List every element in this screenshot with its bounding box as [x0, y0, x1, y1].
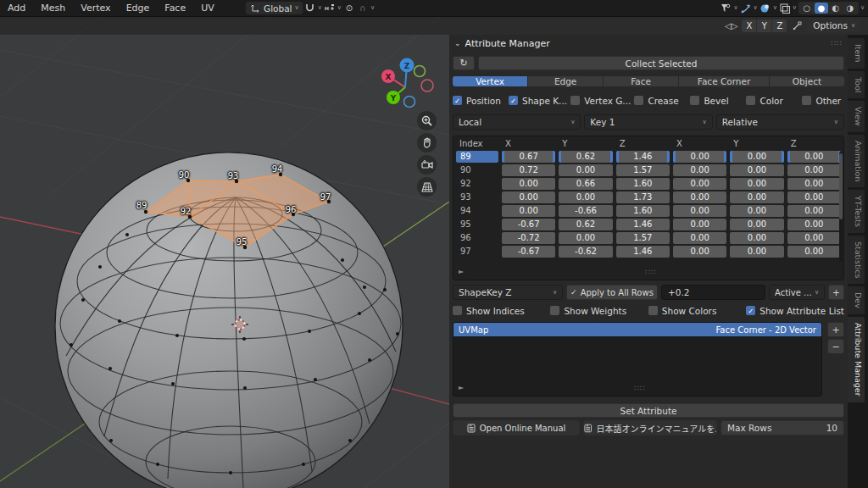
menu-vertex[interactable]: Vertex	[73, 0, 118, 16]
toggle-show-colors[interactable]: Show Colors	[648, 306, 743, 316]
cell[interactable]: 0.66	[559, 178, 612, 190]
checkbox-checked-icon[interactable]: ✓	[453, 96, 462, 105]
cell[interactable]: 0.72	[502, 164, 555, 176]
apply-to-all-rows-button[interactable]: ✓ Apply to All Rows	[566, 285, 658, 300]
cell[interactable]: 0.62	[559, 151, 612, 163]
cell[interactable]: 0.00	[673, 219, 726, 230]
cell[interactable]: 1.46	[616, 246, 670, 258]
panel-header[interactable]: ⌄ Attribute Manager ∷∷	[449, 35, 848, 52]
menu-add[interactable]: Add	[0, 0, 33, 16]
sidebar-tab-attribute-manager[interactable]: Attribute Manager	[848, 317, 865, 402]
sidebar-tab-item[interactable]: Item	[848, 38, 865, 69]
menu-edge[interactable]: Edge	[119, 0, 158, 16]
cell[interactable]: 0.00	[673, 191, 726, 203]
sphere-mesh[interactable]	[55, 152, 403, 488]
cell[interactable]: 0.00	[787, 232, 841, 244]
navigation-gizmo[interactable]: Z X Y	[376, 53, 442, 119]
zoom-button[interactable]	[417, 111, 437, 130]
space-dropdown[interactable]: Local ∨	[453, 114, 581, 130]
cell[interactable]: 0.00	[787, 205, 841, 217]
chevron-down-icon[interactable]: ∨	[318, 5, 322, 11]
options-dropdown[interactable]: Options ∨	[807, 19, 861, 32]
tab-edge[interactable]: Edge	[528, 76, 603, 86]
cell[interactable]: 0.00	[787, 178, 841, 190]
toggle-show-attribute-list[interactable]: ✓Show Attribute List	[746, 306, 844, 316]
cell[interactable]: 0.00	[673, 164, 726, 176]
row-index[interactable]: 89	[456, 151, 498, 163]
cell[interactable]: 1.57	[616, 164, 670, 176]
cell[interactable]: 1.60	[616, 178, 670, 190]
transform-orientation-dropdown[interactable]: Global ∨	[246, 2, 303, 14]
shading-wireframe-icon[interactable]: ○	[800, 3, 814, 14]
cell[interactable]: 1.73	[616, 191, 670, 203]
checkbox-icon[interactable]	[634, 96, 643, 105]
cell[interactable]: -0.66	[559, 205, 612, 217]
row-index[interactable]: 97	[456, 246, 498, 258]
mode-dropdown[interactable]: Relative ∨	[716, 114, 844, 130]
proportional-editing-icon[interactable]: ⊙	[343, 3, 355, 14]
visibility-filter-icon[interactable]	[720, 3, 732, 14]
filter-bevel[interactable]: Bevel	[690, 96, 743, 106]
open-jp-manual-button[interactable]: 日本語オンラインマニュアルを...	[583, 420, 717, 435]
cell[interactable]: 0.00	[673, 232, 726, 244]
cell[interactable]: 1.46	[616, 219, 670, 230]
cell[interactable]: 0.00	[559, 164, 612, 176]
menu-mesh[interactable]: Mesh	[33, 0, 73, 16]
checkbox-icon[interactable]	[746, 96, 755, 105]
tab-face[interactable]: Face	[604, 76, 678, 86]
checkbox-checked-icon[interactable]: ✓	[746, 306, 755, 315]
gizmo-toggle-icon[interactable]	[740, 3, 752, 14]
cell[interactable]: 0.00	[502, 178, 555, 190]
checkbox-icon[interactable]	[570, 96, 580, 105]
cell[interactable]: -0.62	[559, 246, 612, 258]
sidebar-tab-yt-tests[interactable]: YT-Tests	[848, 190, 865, 233]
sidebar-tab-view[interactable]: View	[848, 101, 865, 132]
camera-view-button[interactable]	[417, 155, 437, 175]
filter-vertex-group[interactable]: Vertex G...	[570, 96, 631, 106]
cell[interactable]: 0.00	[502, 191, 555, 203]
cell[interactable]: 0.62	[559, 219, 612, 230]
cell[interactable]: 0.00	[787, 219, 841, 230]
checkbox-icon[interactable]	[802, 96, 811, 105]
checkbox-icon[interactable]	[690, 96, 699, 105]
resize-handle-icon[interactable]: ∷∷	[634, 384, 645, 392]
cell[interactable]: -0.67	[502, 246, 555, 258]
row-index[interactable]: 95	[456, 219, 498, 230]
menu-uv[interactable]: UV	[193, 0, 222, 16]
gizmo-z-neg[interactable]	[404, 97, 415, 108]
checkbox-icon[interactable]	[648, 306, 658, 315]
toggle-show-indices[interactable]: Show Indices	[453, 306, 547, 316]
tab-face-corner[interactable]: Face Corner	[679, 76, 769, 86]
chevron-down-icon[interactable]: ∨	[370, 5, 375, 11]
shapekey-target-dropdown[interactable]: ShapeKey Z ∨	[453, 285, 563, 300]
overlays-toggle-icon[interactable]	[760, 3, 771, 14]
cell[interactable]: 0.00	[787, 164, 841, 176]
cell[interactable]: 0.00	[673, 246, 726, 258]
sidebar-tab-animation[interactable]: Animation	[848, 135, 865, 187]
falloff-curve-icon[interactable]: ∩	[357, 3, 369, 14]
cell[interactable]: 0.00	[730, 164, 783, 176]
expand-triangle-icon[interactable]: ►	[459, 384, 464, 391]
shading-solid-icon[interactable]: ●	[815, 3, 828, 14]
value-input[interactable]: +0.2	[661, 285, 765, 300]
add-button[interactable]: +	[828, 285, 844, 300]
sidebar-tab-tool[interactable]: Tool	[848, 71, 865, 98]
gizmo-y-neg[interactable]	[415, 66, 426, 77]
list-remove-button[interactable]: −	[827, 339, 844, 354]
snap-base-icon[interactable]	[791, 19, 803, 31]
cell[interactable]: 0.00	[730, 219, 783, 230]
attribute-list-item[interactable]: UVMap Face Corner - 2D Vector	[453, 323, 821, 336]
tab-vertex[interactable]: Vertex	[453, 76, 527, 86]
cell[interactable]: 0.00	[730, 205, 783, 217]
tab-object[interactable]: Object	[770, 76, 844, 86]
cell[interactable]: 0.00	[673, 205, 726, 217]
filter-shape-key[interactable]: ✓Shape K...	[509, 96, 567, 106]
cell[interactable]: 0.00	[730, 151, 783, 163]
pan-hand-button[interactable]	[417, 133, 437, 152]
panel-collapse-icon[interactable]: ⌄	[454, 40, 461, 47]
filter-crease[interactable]: Crease	[634, 96, 687, 106]
cell[interactable]: 0.00	[730, 178, 783, 190]
active-dropdown[interactable]: Active ... ∨	[769, 285, 825, 300]
cell[interactable]: 0.00	[673, 151, 726, 163]
filter-position[interactable]: ✓Position	[453, 96, 505, 106]
